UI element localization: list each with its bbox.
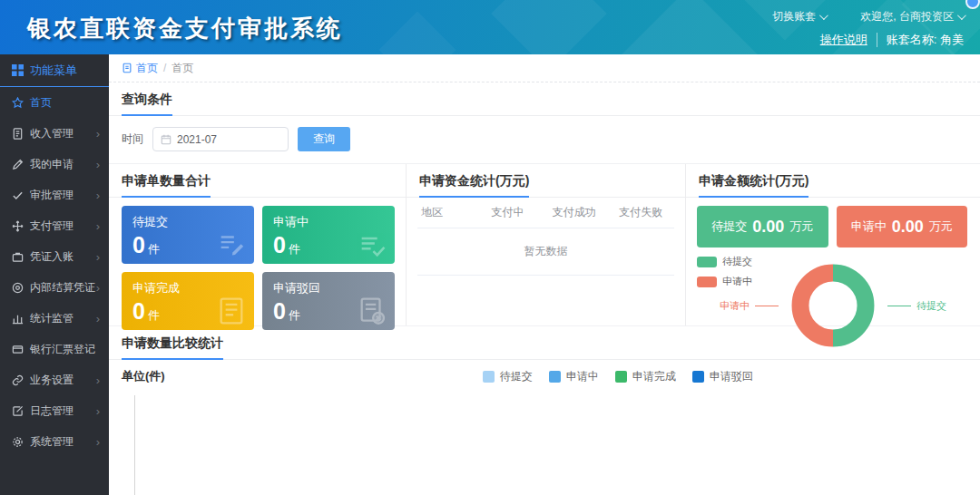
legend-swatch xyxy=(483,371,495,383)
operation-guide-link[interactable]: 操作说明 xyxy=(820,32,867,48)
donut-label-pending-submit: 待提交 xyxy=(916,299,946,313)
breadcrumb-current: 首页 xyxy=(172,61,193,76)
stat-card-rejected[interactable]: 申请驳回 0件 xyxy=(262,272,395,330)
chevron-right-icon: › xyxy=(96,374,100,387)
legend-swatch xyxy=(549,371,561,383)
gear-icon xyxy=(12,436,24,448)
document-icon xyxy=(12,128,24,140)
amount-box-pending-submit[interactable]: 待提交0.00万元 xyxy=(697,206,828,248)
stat-card-completed[interactable]: 申请完成 0件 xyxy=(122,272,254,330)
breadcrumb: 首页 / 首页 xyxy=(109,54,980,82)
chevron-right-icon: › xyxy=(96,312,100,325)
legend-swatch xyxy=(692,371,704,383)
donut-pie[interactable] xyxy=(784,257,882,354)
funds-col-paying: 支付中 xyxy=(475,205,541,220)
legend-swatch xyxy=(615,371,627,383)
home-star-icon xyxy=(12,97,24,109)
donut-label-applying: 申请中 xyxy=(720,299,750,313)
chevron-right-icon: › xyxy=(96,127,100,141)
chevron-right-icon: › xyxy=(96,219,100,233)
chevron-right-icon: › xyxy=(96,281,100,295)
amount-donut-chart: 待提交 申请中 申请中 待提交 xyxy=(686,255,980,356)
welcome-user-dropdown[interactable]: 欢迎您, 台商投资区 xyxy=(860,9,964,24)
account-name-label: 账套名称: 角美 xyxy=(887,32,964,48)
legend-swatch xyxy=(697,257,717,267)
header-decoration xyxy=(612,0,767,54)
sidebar-item-my-applications[interactable]: 我的申请› xyxy=(0,149,109,180)
amount-section-title: 申请金额统计(万元) xyxy=(699,173,808,198)
sidebar-item-income-management[interactable]: 收入管理› xyxy=(0,118,109,149)
legend-pending-submit[interactable]: 待提交 xyxy=(483,369,533,384)
sidebar-item-home[interactable]: 首页 xyxy=(0,87,109,118)
chevron-right-icon: › xyxy=(96,250,100,264)
sidebar-item-approval-management[interactable]: 审批管理› xyxy=(0,180,109,210)
move-icon xyxy=(12,220,24,232)
list-check-icon xyxy=(357,229,387,260)
sidebar-item-bank-draft-registration[interactable]: 银行汇票登记 xyxy=(0,334,109,364)
briefcase-icon xyxy=(12,251,24,263)
time-label: 时间 xyxy=(122,131,143,147)
chevron-down-icon xyxy=(819,11,828,20)
summary-section-title: 申请单数量合计 xyxy=(122,173,211,198)
funds-table: 地区 支付中 支付成功 支付失败 暂无数据 xyxy=(407,198,685,276)
edit-icon xyxy=(12,405,24,417)
breadcrumb-home[interactable]: 首页 xyxy=(122,61,158,76)
funds-col-failed: 支付失败 xyxy=(608,205,674,220)
comparison-section-title: 申请数量比较统计 xyxy=(122,335,223,360)
app-title: 银农直联资金支付审批系统 xyxy=(27,13,343,44)
stat-card-applying[interactable]: 申请中 0件 xyxy=(262,206,395,264)
pencil-icon xyxy=(12,159,24,170)
sidebar-item-business-settings[interactable]: 业务设置› xyxy=(0,364,109,395)
calendar-icon xyxy=(161,134,172,145)
link-icon xyxy=(12,374,24,386)
chevron-right-icon: › xyxy=(96,189,100,202)
page-icon xyxy=(122,63,132,73)
check-icon xyxy=(12,189,24,201)
funds-col-success: 支付成功 xyxy=(541,205,607,220)
document-reject-icon xyxy=(357,296,387,326)
amount-box-applying[interactable]: 申请中0.00万元 xyxy=(837,206,968,248)
breadcrumb-separator: / xyxy=(163,62,166,74)
sidebar-header-menu: 功能菜单 xyxy=(0,54,109,87)
card-icon xyxy=(12,344,24,355)
time-picker-input[interactable]: 2021-07 xyxy=(152,127,289,151)
funds-empty-text: 暂无数据 xyxy=(417,228,674,276)
edit-document-icon xyxy=(216,229,247,260)
target-icon xyxy=(12,282,24,294)
sidebar-item-payment-management[interactable]: 支付管理› xyxy=(0,210,109,241)
donut-label-line xyxy=(755,306,779,306)
app-header: 银农直联资金支付审批系统 切换账套 欢迎您, 台商投资区 操作说明 账套名称: … xyxy=(0,0,980,54)
funds-section-title: 申请资金统计(万元) xyxy=(419,173,529,198)
sidebar-item-statistics-supervision[interactable]: 统计监管› xyxy=(0,303,109,334)
divider xyxy=(877,33,877,47)
donut-label-line xyxy=(887,306,911,306)
chevron-right-icon: › xyxy=(96,158,100,171)
legend-rejected[interactable]: 申请驳回 xyxy=(692,369,753,384)
legend-completed[interactable]: 申请完成 xyxy=(615,369,676,384)
comparison-chart-plot xyxy=(134,395,967,495)
query-button[interactable]: 查询 xyxy=(298,127,350,151)
sidebar-item-voucher-entry[interactable]: 凭证入账› xyxy=(0,241,109,272)
sidebar: 功能菜单 首页 收入管理› 我的申请› 审批管理› 支付管理› 凭证入账› xyxy=(0,54,109,495)
switch-account-button[interactable]: 切换账套 xyxy=(772,9,826,24)
sidebar-item-system-management[interactable]: 系统管理› xyxy=(0,426,109,457)
chevron-right-icon: › xyxy=(96,435,100,449)
legend-swatch xyxy=(697,277,717,287)
chart-unit-label: 单位(件) xyxy=(122,368,165,384)
grid-icon xyxy=(12,64,24,76)
query-section-title: 查询条件 xyxy=(122,92,172,116)
stat-card-pending-submit[interactable]: 待提交 0件 xyxy=(122,206,254,264)
header-decoration xyxy=(491,0,606,54)
sidebar-item-log-management[interactable]: 日志管理› xyxy=(0,395,109,426)
chevron-right-icon: › xyxy=(96,404,100,418)
header-decoration xyxy=(379,12,456,54)
funds-col-region: 地区 xyxy=(417,205,475,220)
bar-chart-icon xyxy=(12,313,24,325)
sidebar-item-internal-settlement-voucher[interactable]: 内部结算凭证› xyxy=(0,272,109,303)
document-lines-icon xyxy=(216,296,247,326)
legend-applying[interactable]: 申请中 xyxy=(549,369,599,384)
